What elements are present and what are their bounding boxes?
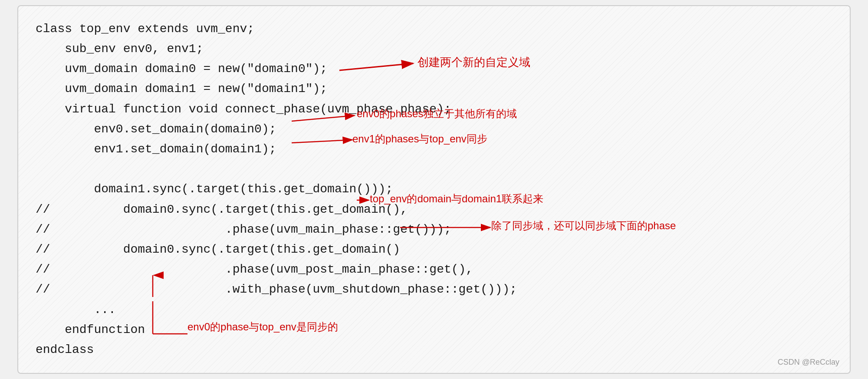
watermark: CSDN @ReCclay [778,358,839,367]
annotation-env1-phases: env1的phases与top_env同步 [352,132,487,146]
code-block: class top_env extends uvm_env; sub_env e… [36,19,832,360]
annotation-create-domain: 创建两个新的自定义域 [418,55,530,70]
annotation-top-env-domain: top_env的domain与domain1联系起来 [370,192,543,206]
annotation-env0-sync: env0的phase与top_env是同步的 [187,320,338,334]
annotation-env0-phases: env0的phases独立于其他所有的域 [357,107,517,121]
code-container: class top_env extends uvm_env; sub_env e… [17,5,851,374]
annotation-sync-phase: 除了同步域，还可以同步域下面的phase [491,219,676,233]
